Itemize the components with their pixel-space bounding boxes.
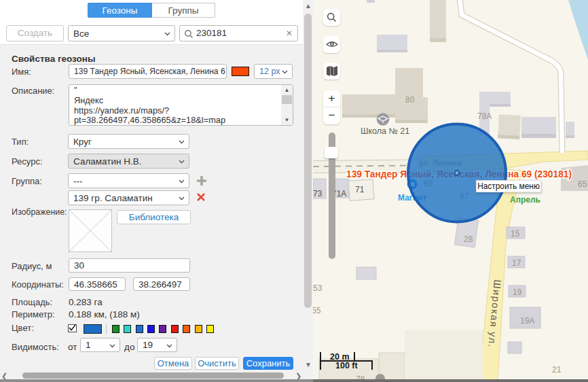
svg-text:17: 17 (512, 258, 521, 268)
svg-text:19: 19 (513, 288, 522, 297)
svg-text:78A: 78A (477, 111, 492, 121)
svg-text:20 m: 20 m (330, 352, 350, 362)
svg-text:71: 71 (355, 185, 365, 194)
svg-text:21: 21 (552, 365, 562, 375)
svg-text:53: 53 (313, 283, 323, 293)
svg-text:Апрель: Апрель (510, 195, 540, 205)
svg-text:65: 65 (578, 179, 587, 189)
svg-text:28: 28 (464, 235, 473, 244)
svg-text:Школа № 21: Школа № 21 (361, 126, 409, 136)
svg-text:19A: 19A (520, 316, 534, 326)
svg-text:100 ft: 100 ft (335, 361, 358, 370)
svg-text:15: 15 (511, 229, 520, 239)
svg-text:73: 73 (313, 189, 323, 198)
svg-text:80: 80 (405, 95, 415, 105)
svg-text:55: 55 (313, 306, 321, 315)
